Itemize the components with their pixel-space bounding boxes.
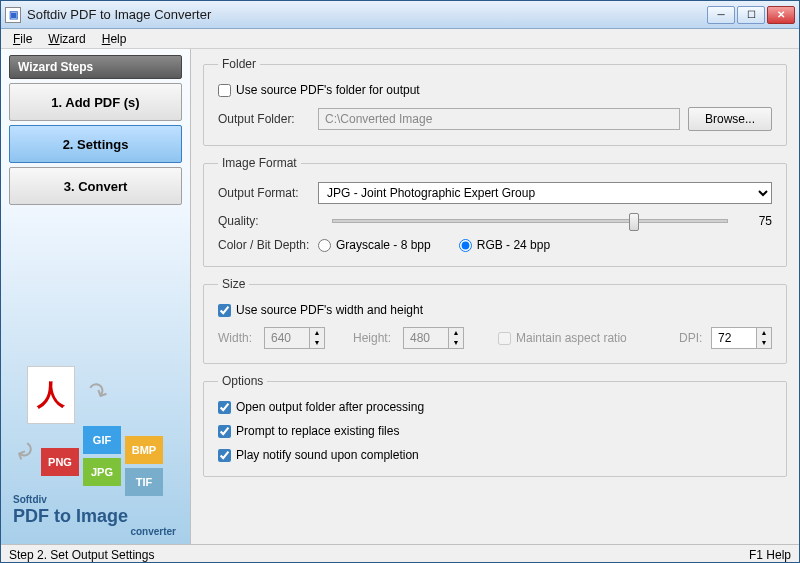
rgb-radio[interactable]: RGB - 24 bpp (459, 238, 550, 252)
dpi-input (711, 327, 757, 349)
art-text-pdf-to-image: PDF to Image (13, 506, 128, 527)
spin-down-icon[interactable]: ▼ (449, 338, 463, 348)
use-source-folder-label: Use source PDF's folder for output (236, 83, 420, 97)
status-bar: Step 2. Set Output Settings F1 Help (1, 544, 799, 563)
menu-bar: File Wizard Help (1, 29, 799, 49)
tif-badge: TIF (125, 468, 163, 496)
wizard-step-add-pdf[interactable]: 1. Add PDF (s) (9, 83, 182, 121)
wizard-step-convert[interactable]: 3. Convert (9, 167, 182, 205)
output-folder-input[interactable] (318, 108, 680, 130)
art-text-softdiv: Softdiv (13, 494, 47, 505)
width-label: Width: (218, 331, 264, 345)
quality-value: 75 (742, 214, 772, 228)
prompt-replace-label: Prompt to replace existing files (236, 424, 399, 438)
minimize-button[interactable]: ─ (707, 6, 735, 24)
color-depth-label: Color / Bit Depth: (218, 238, 318, 252)
dpi-spinner[interactable]: ▲▼ (711, 327, 772, 349)
options-group: Options Open output folder after process… (203, 374, 787, 477)
bmp-badge: BMP (125, 436, 163, 464)
sidebar-art: 人 ↷ ↷ PNG GIF JPG BMP TIF Softdiv PDF to… (9, 358, 182, 538)
app-icon: ▣ (5, 7, 21, 23)
dpi-label: DPI: (679, 331, 711, 345)
spin-down-icon[interactable]: ▼ (757, 338, 771, 348)
quality-slider-thumb[interactable] (629, 213, 639, 231)
width-input (264, 327, 310, 349)
menu-help[interactable]: Help (94, 30, 135, 48)
arrow-icon-2: ↷ (6, 435, 40, 465)
grayscale-radio[interactable]: Grayscale - 8 bpp (318, 238, 431, 252)
image-format-group: Image Format Output Format: JPG - Joint … (203, 156, 787, 267)
options-legend: Options (218, 374, 267, 388)
folder-group: Folder Use source PDF's folder for outpu… (203, 57, 787, 146)
image-format-legend: Image Format (218, 156, 301, 170)
play-sound-label: Play notify sound upon completion (236, 448, 419, 462)
rgb-label: RGB - 24 bpp (477, 238, 550, 252)
wizard-steps-header: Wizard Steps (9, 55, 182, 79)
maintain-aspect-label: Maintain aspect ratio (516, 331, 627, 345)
close-button[interactable]: ✕ (767, 6, 795, 24)
use-source-size-checkbox[interactable]: Use source PDF's width and height (218, 303, 423, 317)
use-source-folder-checkbox[interactable]: Use source PDF's folder for output (218, 83, 420, 97)
output-folder-label: Output Folder: (218, 112, 318, 126)
height-label: Height: (353, 331, 403, 345)
height-input (403, 327, 449, 349)
quality-label: Quality: (218, 214, 318, 228)
content-panel: Folder Use source PDF's folder for outpu… (191, 49, 799, 544)
art-text-converter: converter (130, 526, 176, 537)
main-area: Wizard Steps 1. Add PDF (s) 2. Settings … (1, 49, 799, 544)
png-badge: PNG (41, 448, 79, 476)
status-right: F1 Help (749, 548, 791, 562)
arrow-icon-1: ↷ (82, 375, 112, 409)
size-legend: Size (218, 277, 249, 291)
menu-file[interactable]: File (5, 30, 40, 48)
spin-up-icon[interactable]: ▲ (757, 328, 771, 338)
wizard-step-settings[interactable]: 2. Settings (9, 125, 182, 163)
open-output-checkbox[interactable]: Open output folder after processing (218, 400, 424, 414)
height-spinner[interactable]: ▲▼ (403, 327, 464, 349)
browse-button[interactable]: Browse... (688, 107, 772, 131)
pdf-icon: 人 (27, 366, 75, 424)
spin-down-icon[interactable]: ▼ (310, 338, 324, 348)
spin-up-icon[interactable]: ▲ (310, 328, 324, 338)
maintain-aspect-checkbox[interactable]: Maintain aspect ratio (498, 331, 627, 345)
folder-legend: Folder (218, 57, 260, 71)
output-format-label: Output Format: (218, 186, 318, 200)
window-buttons: ─ ☐ ✕ (707, 6, 795, 24)
sidebar: Wizard Steps 1. Add PDF (s) 2. Settings … (1, 49, 191, 544)
jpg-badge: JPG (83, 458, 121, 486)
spin-up-icon[interactable]: ▲ (449, 328, 463, 338)
width-spinner[interactable]: ▲▼ (264, 327, 325, 349)
window-title: Softdiv PDF to Image Converter (27, 7, 707, 22)
status-left: Step 2. Set Output Settings (9, 548, 154, 562)
quality-slider[interactable] (332, 219, 728, 223)
menu-wizard[interactable]: Wizard (40, 30, 93, 48)
prompt-replace-checkbox[interactable]: Prompt to replace existing files (218, 424, 399, 438)
gif-badge: GIF (83, 426, 121, 454)
output-format-select[interactable]: JPG - Joint Photographic Expert Group (318, 182, 772, 204)
size-group: Size Use source PDF's width and height W… (203, 277, 787, 364)
grayscale-label: Grayscale - 8 bpp (336, 238, 431, 252)
use-source-size-label: Use source PDF's width and height (236, 303, 423, 317)
title-bar: ▣ Softdiv PDF to Image Converter ─ ☐ ✕ (1, 1, 799, 29)
play-sound-checkbox[interactable]: Play notify sound upon completion (218, 448, 419, 462)
open-output-label: Open output folder after processing (236, 400, 424, 414)
maximize-button[interactable]: ☐ (737, 6, 765, 24)
